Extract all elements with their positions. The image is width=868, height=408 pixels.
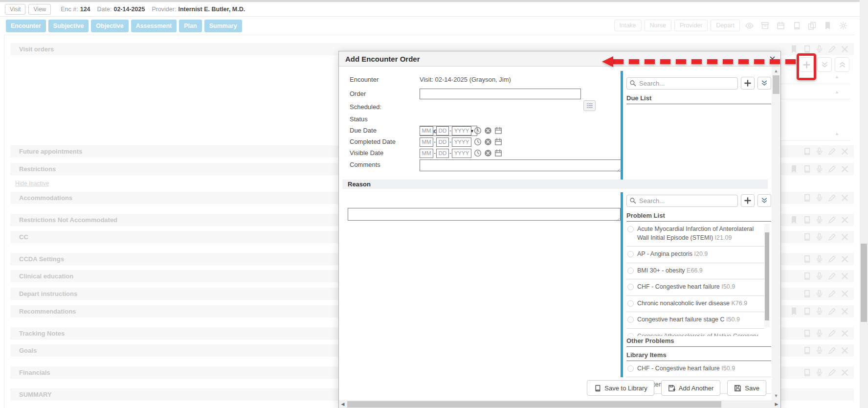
expand-all-button[interactable] (817, 57, 832, 72)
collapse-triangle-icon[interactable]: ▲ (835, 131, 839, 136)
problem-list-item[interactable]: CHF - Congestive heart failure I50.9 (626, 279, 764, 296)
microphone-icon[interactable] (813, 253, 825, 265)
collapse-triangle-icon[interactable]: ▲ (835, 90, 839, 94)
yyyy-input[interactable]: YYYY (452, 126, 471, 136)
microphone-icon[interactable] (813, 214, 825, 226)
close-icon[interactable] (838, 44, 851, 55)
tab-plan[interactable]: Plan (179, 20, 201, 32)
dd-input[interactable]: DD (436, 149, 449, 158)
order-lookup-button[interactable] (583, 100, 596, 111)
radio-icon[interactable] (627, 268, 634, 274)
problem-list-item[interactable]: Coronary Atherosclerosis of Native Coron… (626, 329, 764, 336)
book-icon[interactable] (790, 20, 802, 31)
dd-input[interactable]: DD (436, 126, 449, 136)
calendar-icon[interactable] (774, 20, 787, 31)
close-icon[interactable] (838, 192, 851, 204)
add-problem-button[interactable] (741, 194, 755, 207)
copy-icon[interactable] (805, 20, 818, 31)
library-list-item[interactable]: CHF - Congestive heart failure I50.9 (626, 361, 771, 378)
pencil-icon[interactable] (825, 253, 838, 265)
book-icon[interactable] (800, 328, 813, 339)
pencil-icon[interactable] (825, 192, 838, 204)
problem-list-item[interactable]: Chronic nonalcoholic liver disease K76.9 (626, 296, 764, 313)
microphone-icon[interactable] (813, 231, 825, 243)
clock-icon[interactable] (474, 127, 482, 135)
order-input[interactable] (420, 89, 581, 99)
expand-all-button[interactable] (757, 77, 771, 90)
close-icon[interactable] (838, 328, 851, 339)
close-icon[interactable] (838, 163, 851, 175)
radio-icon[interactable] (627, 317, 634, 323)
xcircle-icon[interactable] (484, 149, 492, 157)
clock-icon[interactable] (474, 149, 482, 157)
stage-tab-depart[interactable]: Depart (711, 20, 740, 31)
microphone-icon[interactable] (813, 163, 825, 175)
dialog-vscroll-thumb[interactable] (773, 75, 779, 94)
close-icon[interactable] (838, 345, 851, 356)
clock-icon[interactable] (474, 138, 482, 146)
tab-encounter[interactable]: Encounter (6, 20, 46, 32)
book-icon[interactable] (800, 271, 813, 282)
pencil-icon[interactable] (825, 231, 838, 243)
hide-inactive-link[interactable]: Hide Inactive (15, 180, 49, 187)
book-icon[interactable] (800, 306, 813, 317)
microphone-icon[interactable] (813, 328, 825, 339)
pencil-icon[interactable] (825, 367, 838, 378)
close-icon[interactable] (838, 271, 851, 282)
radio-icon[interactable] (627, 284, 634, 290)
bookmark-icon[interactable] (821, 20, 834, 31)
close-icon[interactable] (838, 253, 851, 265)
microphone-icon[interactable] (813, 288, 825, 299)
add-due-item-button[interactable] (741, 77, 755, 90)
collapse-all-button[interactable] (835, 57, 849, 72)
problem-list-item[interactable]: Congestive heart failure stage C I50.9 (626, 312, 764, 329)
close-icon[interactable] (838, 306, 851, 317)
close-icon[interactable] (838, 288, 851, 299)
save-to-library-button[interactable]: Save to Library (587, 380, 654, 396)
dialog-vertical-scrollbar[interactable]: ▲ ▼ (772, 67, 780, 400)
microphone-icon[interactable] (813, 271, 825, 282)
expand-all-button[interactable] (757, 194, 771, 207)
scroll-down-icon[interactable]: ▼ (772, 393, 780, 398)
microphone-icon[interactable] (813, 367, 825, 378)
stage-tab-provider[interactable]: Provider (674, 20, 708, 31)
problem-list-scrollbar-thumb[interactable] (765, 232, 769, 320)
microphone-icon[interactable] (813, 306, 825, 317)
book-icon[interactable] (800, 192, 813, 204)
tab-subjective[interactable]: Subjective (48, 20, 89, 32)
collapse-triangle-icon[interactable]: ▲ (835, 74, 839, 79)
radio-icon[interactable] (627, 365, 634, 372)
bookmark-icon[interactable] (787, 306, 800, 317)
scroll-right-icon[interactable]: ▶ (773, 402, 780, 407)
problem-search-input[interactable] (626, 195, 738, 207)
yyyy-input[interactable]: YYYY (452, 149, 471, 158)
book-icon[interactable] (800, 345, 813, 356)
pencil-icon[interactable] (825, 345, 838, 356)
yyyy-input[interactable]: YYYY (452, 137, 471, 147)
pencil-icon[interactable] (825, 328, 838, 339)
comments-textarea[interactable] (420, 159, 621, 171)
radio-icon[interactable] (627, 226, 634, 232)
radio-icon[interactable] (627, 300, 634, 307)
dd-input[interactable]: DD (436, 137, 449, 147)
calendar-icon[interactable] (494, 149, 502, 157)
book-icon[interactable] (800, 288, 813, 299)
book-icon[interactable] (800, 253, 813, 265)
mm-input[interactable]: MM (420, 149, 433, 158)
browser-scrollbar-thumb[interactable] (861, 244, 867, 322)
radio-icon[interactable] (627, 333, 634, 336)
close-icon[interactable] (838, 367, 851, 378)
book-icon[interactable] (800, 146, 813, 157)
save-button[interactable]: Save (727, 380, 766, 396)
stage-tab-nurse[interactable]: Nurse (645, 20, 671, 31)
browser-scrollbar[interactable] (860, 0, 868, 408)
scroll-left-icon[interactable]: ◀ (339, 402, 347, 407)
book-icon[interactable] (800, 367, 813, 378)
gear-icon[interactable] (837, 20, 849, 31)
pencil-icon[interactable] (825, 306, 838, 317)
add-another-button[interactable]: Add Another (661, 380, 721, 396)
book-icon[interactable] (800, 163, 813, 175)
reason-textarea[interactable] (348, 208, 621, 221)
tab-objective[interactable]: Objective (91, 20, 128, 32)
microphone-icon[interactable] (813, 345, 825, 356)
